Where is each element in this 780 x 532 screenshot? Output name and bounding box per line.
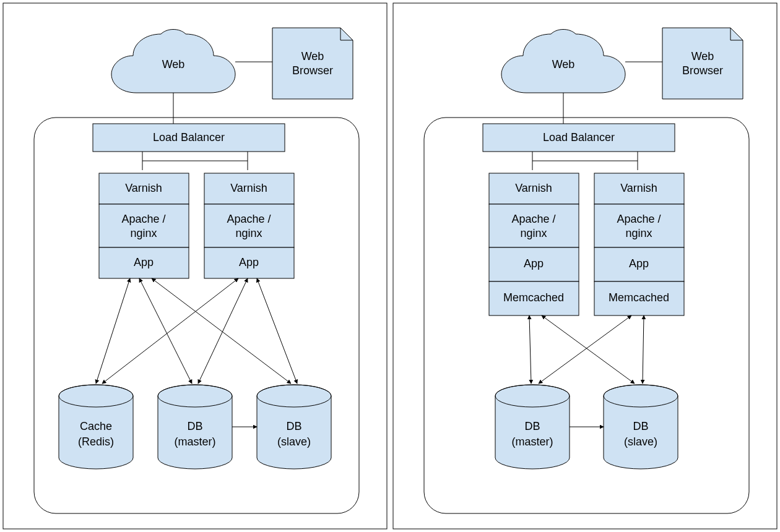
apache-b <box>204 204 294 247</box>
lb-label: Load Balancer <box>153 131 225 144</box>
svg-rect-31 <box>489 204 579 247</box>
doc-label-1: Web <box>301 50 324 62</box>
svg-text:(slave): (slave) <box>624 435 657 448</box>
svg-text:Apache /: Apache / <box>617 213 661 225</box>
doc-label-2: Browser <box>292 64 333 77</box>
svg-text:Varnish: Varnish <box>230 182 267 194</box>
svg-text:App: App <box>239 256 259 268</box>
svg-text:(slave): (slave) <box>277 435 311 448</box>
svg-text:App: App <box>134 256 154 268</box>
svg-text:nginx: nginx <box>520 227 547 239</box>
cyl-dbslave: DB (slave) <box>257 385 331 469</box>
svg-text:Memcached: Memcached <box>609 291 669 304</box>
svg-text:Apache /: Apache / <box>121 213 165 225</box>
svg-text:DB: DB <box>633 420 648 432</box>
svg-text:Varnish: Varnish <box>125 182 162 194</box>
svg-text:nginx: nginx <box>130 227 157 239</box>
svg-text:(Redis): (Redis) <box>78 435 114 448</box>
svg-text:DB: DB <box>524 420 540 432</box>
svg-text:Memcached: Memcached <box>503 291 564 304</box>
svg-text:Browser: Browser <box>682 64 723 77</box>
svg-text:App: App <box>524 257 544 270</box>
svg-text:Web: Web <box>691 50 714 62</box>
svg-text:nginx: nginx <box>625 227 652 239</box>
svg-text:Apache /: Apache / <box>511 213 555 225</box>
svg-text:(master): (master) <box>175 435 216 448</box>
architecture-diagram: Web Web Browser Load Balancer Varnish Ap… <box>0 0 780 532</box>
doc-browser-r: Web Browser <box>662 28 743 99</box>
svg-text:DB: DB <box>187 420 202 432</box>
cyl-dbmaster-r: DB (master) <box>495 385 570 469</box>
svg-text:App: App <box>629 257 649 270</box>
cyl-dbmaster: DB (master) <box>158 385 232 469</box>
doc-browser: Web Browser <box>272 28 353 99</box>
svg-rect-40 <box>594 204 684 247</box>
svg-text:Varnish: Varnish <box>515 182 552 194</box>
apache-a <box>99 204 189 247</box>
cyl-dbslave-r: DB (slave) <box>604 385 678 469</box>
cyl-cache: Cache (Redis) <box>59 385 133 469</box>
svg-text:(master): (master) <box>512 435 553 448</box>
svg-text:Web: Web <box>552 58 575 71</box>
svg-text:Load Balancer: Load Balancer <box>543 131 615 144</box>
svg-text:Varnish: Varnish <box>620 182 657 194</box>
svg-text:nginx: nginx <box>235 227 262 239</box>
svg-text:DB: DB <box>286 420 301 432</box>
cloud-label: Web <box>162 58 185 71</box>
svg-text:Apache /: Apache / <box>227 213 271 225</box>
group-frame-r <box>424 118 749 513</box>
svg-text:Cache: Cache <box>80 420 112 432</box>
